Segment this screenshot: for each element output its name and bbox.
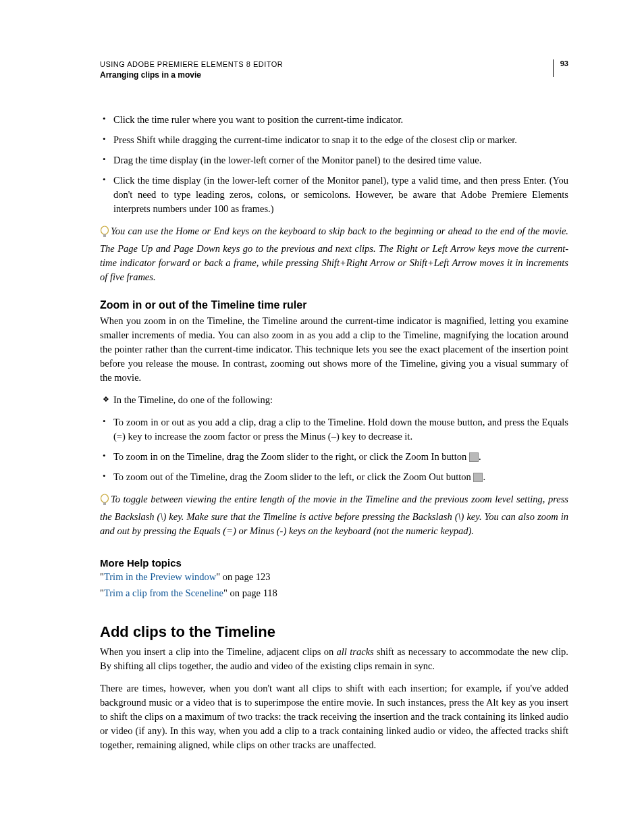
bullet-list-top: Click the time ruler where you want to p… xyxy=(100,113,568,216)
page-number: 93 xyxy=(560,59,568,68)
add-para-1: When you insert a clip into the Timeline… xyxy=(100,645,568,673)
svg-rect-1 xyxy=(103,234,106,237)
add-para-2: There are times, however, when you don't… xyxy=(100,681,568,752)
section-name: Arranging clips in a movie xyxy=(100,70,283,80)
add-clips-heading: Add clips to the Timeline xyxy=(100,623,568,641)
svg-point-0 xyxy=(101,226,109,234)
page-header: USING ADOBE PREMIERE ELEMENTS 8 EDITOR A… xyxy=(100,59,568,80)
zoom-bullet-list: To zoom in or out as you add a clip, dra… xyxy=(100,415,568,484)
list-item: To zoom in or out as you add a clip, dra… xyxy=(100,415,568,444)
zoom-heading: Zoom in or out of the Timeline time rule… xyxy=(100,299,568,311)
list-item: Click the time display (in the lower-lef… xyxy=(100,174,568,216)
zoom-intro-list: In the Timeline, do one of the following… xyxy=(100,393,568,407)
help-link[interactable]: Trim a clip from the Sceneline xyxy=(104,588,223,598)
svg-point-2 xyxy=(101,494,109,502)
help-link-line: "Trim a clip from the Sceneline" on page… xyxy=(100,588,568,599)
list-item: In the Timeline, do one of the following… xyxy=(100,393,568,407)
page-number-divider: 93 xyxy=(553,59,568,77)
tip-text: To toggle between viewing the entire len… xyxy=(100,494,568,536)
list-item: Click the time ruler where you want to p… xyxy=(100,113,568,127)
tip-note-1: You can use the Home or End keys on the … xyxy=(100,224,568,284)
header-titles: USING ADOBE PREMIERE ELEMENTS 8 EDITOR A… xyxy=(100,59,283,80)
list-item: To zoom in on the Timeline, drag the Zoo… xyxy=(100,450,568,464)
zoom-paragraph: When you zoom in on the Timeline, the Ti… xyxy=(100,314,568,385)
list-item: Drag the time display (in the lower-left… xyxy=(100,153,568,167)
list-item-text: To zoom out of the Timeline, drag the Zo… xyxy=(113,471,473,482)
zoom-in-icon xyxy=(469,452,479,462)
list-item: To zoom out of the Timeline, drag the Zo… xyxy=(100,470,568,484)
tip-text: You can use the Home or End keys on the … xyxy=(100,226,568,282)
doc-title: USING ADOBE PREMIERE ELEMENTS 8 EDITOR xyxy=(100,59,283,70)
lightbulb-icon xyxy=(100,226,109,243)
link-suffix: " on page 123 xyxy=(216,571,270,582)
more-help-heading: More Help topics xyxy=(100,557,568,569)
list-item: Press Shift while dragging the current-t… xyxy=(100,133,568,147)
tip-note-2: To toggle between viewing the entire len… xyxy=(100,492,568,538)
zoom-out-icon xyxy=(473,473,483,482)
help-link-line: "Trim in the Preview window" on page 123 xyxy=(100,571,568,583)
svg-rect-3 xyxy=(103,502,106,505)
link-suffix: " on page 118 xyxy=(223,588,277,598)
help-link[interactable]: Trim in the Preview window xyxy=(104,571,216,582)
list-item-text: To zoom in on the Timeline, drag the Zoo… xyxy=(113,451,469,462)
lightbulb-icon xyxy=(100,494,109,511)
